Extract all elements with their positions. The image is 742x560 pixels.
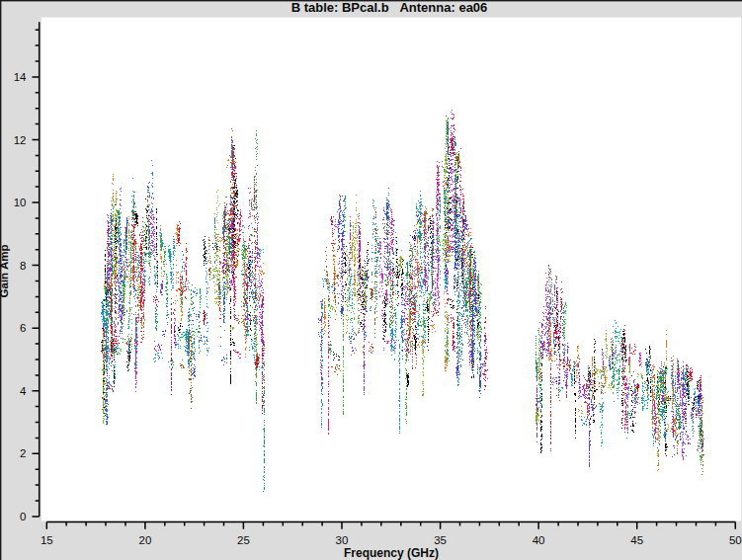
svg-text:Frequency (GHz): Frequency (GHz) <box>344 546 439 560</box>
svg-text:14: 14 <box>14 71 27 83</box>
svg-text:0: 0 <box>20 511 26 522</box>
svg-text:B table: BPcal.b Antenna: ea: B table: BPcal.b Antenna: ea06 <box>291 0 488 15</box>
svg-text:10: 10 <box>14 197 27 208</box>
svg-text:50: 50 <box>729 534 742 546</box>
svg-text:Gain Amp: Gain Amp <box>0 245 10 298</box>
svg-text:35: 35 <box>434 534 447 546</box>
svg-text:4: 4 <box>20 385 27 397</box>
svg-text:30: 30 <box>336 534 349 546</box>
svg-text:8: 8 <box>20 260 26 272</box>
svg-text:20: 20 <box>139 534 152 546</box>
svg-text:25: 25 <box>237 534 250 546</box>
svg-text:15: 15 <box>41 534 53 546</box>
svg-text:45: 45 <box>630 534 643 546</box>
svg-text:12: 12 <box>14 134 27 146</box>
svg-text:2: 2 <box>20 447 26 459</box>
svg-text:6: 6 <box>20 322 26 334</box>
svg-text:40: 40 <box>533 534 545 546</box>
